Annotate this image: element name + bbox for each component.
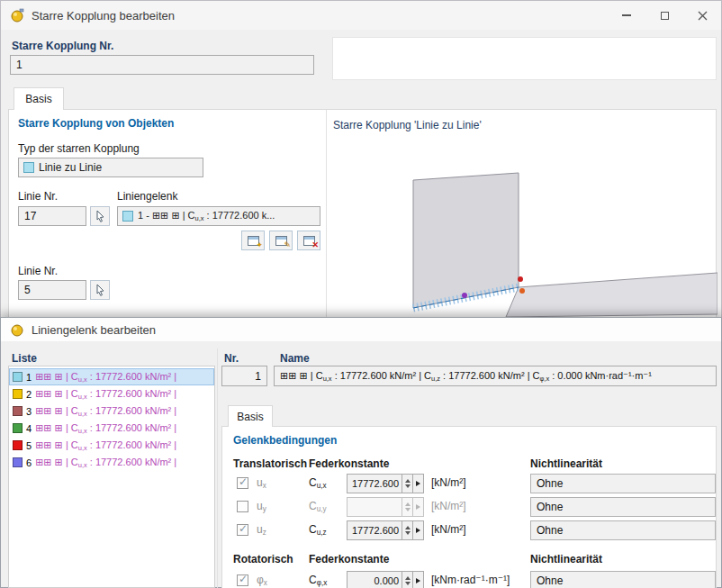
- translational-header: Translatorisch: [233, 457, 307, 470]
- uy-nonlinearity-combo[interactable]: Ohne: [530, 497, 716, 517]
- nonlinearity-header-2: Nichtlinearität: [530, 553, 602, 565]
- spin-up-icon: [405, 526, 411, 529]
- list-divider: [217, 348, 218, 588]
- line2-pick-button[interactable]: [90, 280, 110, 300]
- spin-arrows[interactable]: [402, 497, 413, 517]
- ux-nonlinearity-combo[interactable]: Ohne: [530, 474, 716, 493]
- coupling-3d-preview[interactable]: [328, 131, 717, 317]
- uz-nonlinearity-combo[interactable]: Ohne: [530, 520, 716, 540]
- coupling-type-combo[interactable]: Linie zu Linie: [18, 158, 203, 177]
- titlebar[interactable]: Liniengelenk bearbeiten: [1, 318, 721, 341]
- cuz-spinner: 17772.600: [347, 520, 424, 540]
- cuy-value-field[interactable]: [347, 497, 402, 517]
- rotational-header: Rotatorisch: [233, 553, 293, 565]
- list-item-3[interactable]: 3 ⊞⊞ ⊞ | Cu,x : 17772.600 kN/m² |: [9, 403, 214, 420]
- node-orange: [519, 288, 525, 294]
- uz-unit: [kN/m²]: [431, 523, 466, 536]
- edit-pencil-icon: ✎: [284, 241, 291, 249]
- app-icon: [10, 322, 24, 337]
- list-item-5[interactable]: 5 ⊞⊞ ⊞ | Cu,x : 17772.600 kN/m² |: [9, 437, 214, 454]
- edit-hinge-button[interactable]: ✎: [269, 231, 293, 250]
- more-options-button[interactable]: [413, 474, 424, 493]
- liniengelenk-label: Liniengelenk: [117, 190, 177, 203]
- app-icon: [10, 8, 24, 23]
- window-controls: [608, 1, 721, 30]
- nr-value: 1: [255, 370, 261, 383]
- ux-nonlinearity-value: Ohne: [537, 477, 563, 490]
- line2-field[interactable]: 5: [18, 280, 86, 300]
- tab-basis[interactable]: Basis: [14, 87, 64, 110]
- liniengelenk-value: 1 - ⊞⊞ ⊞ | Cu,x : 17772.600 k...: [138, 210, 275, 222]
- color-swatch: [13, 372, 23, 382]
- color-swatch: [13, 457, 23, 467]
- uy-unit: [kN/m²]: [431, 500, 466, 512]
- ux-checkbox[interactable]: [237, 477, 248, 489]
- item-number: 2: [26, 389, 32, 400]
- row-ux: ux Cu,x 17772.600 [kN/m²] Ohne: [222, 474, 716, 493]
- tab-basis-label: Basis: [237, 411, 263, 423]
- cphix-value-field[interactable]: 0.000: [347, 571, 402, 588]
- basis-panel: Gelenkbedingungen Translatorisch Federko…: [221, 426, 717, 588]
- section-conditions-header: Gelenkbedingungen: [233, 434, 337, 447]
- name-label: Name: [280, 352, 310, 365]
- spin-arrows[interactable]: [402, 571, 413, 588]
- spring-constant-header-2: Federkonstante: [309, 553, 389, 565]
- maximize-button[interactable]: [645, 1, 683, 30]
- uz-nonlinearity-value: Ohne: [537, 524, 563, 537]
- phix-unit: [kNm·rad⁻¹·m⁻¹]: [431, 574, 510, 586]
- screen: Starre Kopplung bearbeiten Starre Kopplu…: [0, 0, 722, 588]
- color-swatch: [13, 389, 23, 399]
- spin-arrows[interactable]: [402, 474, 413, 493]
- name-value: ⊞⊞ ⊞ | Cu,x : 17772.600 kN/m² | Cu,z : 1…: [280, 370, 652, 383]
- more-options-button[interactable]: [413, 497, 424, 517]
- name-field[interactable]: ⊞⊞ ⊞ | Cu,x : 17772.600 kN/m² | Cu,z : 1…: [274, 366, 717, 386]
- more-arrow-icon: [416, 578, 420, 583]
- line1-pick-button[interactable]: [90, 206, 110, 226]
- delete-x-icon: ✕: [311, 241, 319, 249]
- minimize-button[interactable]: [608, 1, 645, 30]
- uy-label: uy: [257, 500, 266, 513]
- coupling-number-value: 1: [16, 59, 23, 71]
- nr-field[interactable]: 1: [221, 366, 267, 386]
- type-label: Typ der starren Kopplung: [18, 142, 140, 155]
- window-title: Liniengelenk bearbeiten: [32, 323, 156, 337]
- list-item-6[interactable]: 6 ⊞⊞ ⊞ | Cu,x : 17772.600 kN/m² |: [9, 454, 214, 471]
- spin-down-icon: [405, 484, 411, 488]
- spin-down-icon: [405, 508, 411, 511]
- coupling-number-field[interactable]: 1: [10, 55, 314, 75]
- list-item-2[interactable]: 2 ⊞⊞ ⊞ | Cu,x : 17772.600 kN/m² |: [9, 385, 214, 403]
- cuz-value-field[interactable]: 17772.600: [347, 520, 402, 540]
- cuz-label: Cu,z: [309, 523, 327, 537]
- phix-checkbox[interactable]: [237, 574, 248, 586]
- cphix-label: Cφ,x: [309, 574, 327, 587]
- item-text: ⊞⊞ ⊞ | Cu,x : 17772.600 kN/m² |: [35, 388, 176, 401]
- liniengelenk-combo[interactable]: 1 - ⊞⊞ ⊞ | Cu,x : 17772.600 k...: [117, 206, 320, 226]
- new-hinge-button[interactable]: ✦: [241, 231, 265, 250]
- row-uy: uy Cu,y [kN/m²] Ohne: [222, 497, 716, 517]
- line1-field[interactable]: 17: [18, 206, 86, 226]
- cuy-label: Cu,y: [309, 500, 327, 513]
- more-options-button[interactable]: [413, 520, 424, 540]
- more-arrow-icon: [416, 504, 420, 510]
- item-text: ⊞⊞ ⊞ | Cu,x : 17772.600 kN/m² |: [35, 439, 176, 452]
- list-item-1[interactable]: 1 ⊞⊞ ⊞ | Cu,x : 17772.600 kN/m² |: [9, 368, 214, 385]
- uz-checkbox[interactable]: [237, 524, 248, 536]
- tab-basis[interactable]: Basis: [228, 405, 273, 427]
- list-item-4[interactable]: 4 ⊞⊞ ⊞ | Cu,x : 17772.600 kN/m² |: [9, 420, 214, 437]
- close-button[interactable]: [683, 1, 721, 30]
- more-options-button[interactable]: [413, 571, 424, 588]
- delete-hinge-button[interactable]: ✕: [297, 231, 320, 250]
- uy-checkbox[interactable]: [237, 501, 248, 512]
- cux-value-field[interactable]: 17772.600: [347, 474, 402, 493]
- item-text: ⊞⊞ ⊞ | Cu,x : 17772.600 kN/m² |: [35, 457, 176, 469]
- comment-box[interactable]: [332, 37, 717, 80]
- color-swatch: [13, 440, 23, 450]
- titlebar[interactable]: Starre Kopplung bearbeiten: [1, 1, 721, 30]
- item-number: 6: [26, 457, 32, 468]
- line1-value: 17: [24, 210, 36, 222]
- cuy-spinner: [347, 497, 424, 517]
- spin-arrows[interactable]: [402, 520, 413, 540]
- node-purple: [462, 293, 467, 298]
- node-red: [518, 276, 523, 282]
- phix-nonlinearity-combo[interactable]: Ohne: [530, 571, 716, 588]
